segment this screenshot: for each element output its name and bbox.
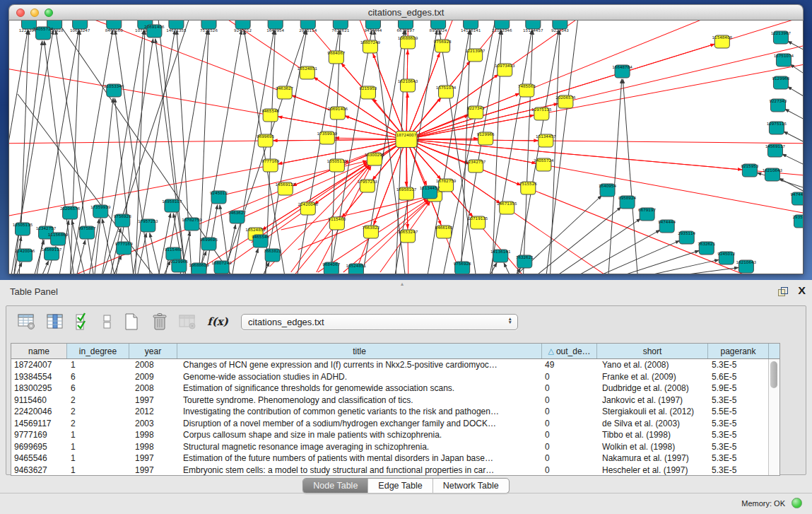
split-pane-grip[interactable]: ▴ xyxy=(401,281,404,287)
graph-node-label: 16648784 xyxy=(612,65,632,69)
show-columns-icon[interactable] xyxy=(45,312,66,332)
table-cell: 5.3E-5 xyxy=(708,429,769,440)
graph-node-label: 16958107 xyxy=(162,199,182,204)
graph-node-label: 9245012 xyxy=(717,252,735,256)
graph-node-label: 20691406 xyxy=(328,107,348,111)
table-row[interactable]: 969969511998Structural magnetic resonanc… xyxy=(11,441,779,453)
table-selector-value: citations_edges.txt xyxy=(248,317,324,327)
graph-node-label: 13505135 xyxy=(327,159,348,163)
graph-node-label: 14569117 xyxy=(275,182,295,187)
column-header-name[interactable]: name xyxy=(11,344,67,358)
graph-node-label: 9684067 xyxy=(322,262,340,267)
scrollbar-thumb[interactable] xyxy=(770,361,777,388)
delete-table-icon[interactable] xyxy=(149,312,170,332)
graph-node-label: 14671355 xyxy=(166,28,187,33)
table-cell: 6 xyxy=(67,382,129,394)
table-cell: 5.3E-5 xyxy=(708,418,769,429)
network-window-titlebar[interactable]: citations_edges.txt xyxy=(8,4,804,21)
table-row[interactable]: 977716911998Corpus callosum shape and si… xyxy=(11,429,779,441)
citation-network-graph[interactable]: 1872400718300295193845541513445712975115… xyxy=(9,21,803,274)
graph-node-label: 8466160 xyxy=(435,226,453,230)
table-cell: 5.3E-5 xyxy=(708,441,769,452)
column-header-year[interactable]: year xyxy=(129,344,177,358)
graph-node-label: 9463627 xyxy=(276,86,293,90)
graph-node-label: 8215953 xyxy=(359,86,377,90)
graph-node-label: 9474444 xyxy=(364,28,382,33)
column-header-title[interactable]: title xyxy=(177,344,542,358)
network-canvas[interactable]: 1872400718300295193845541513445712975115… xyxy=(8,21,804,274)
table-cell: 5.3E-5 xyxy=(708,395,769,406)
table-row[interactable]: 1938455462009Genome-wide association stu… xyxy=(11,371,779,383)
tab-network-table[interactable]: Network Table xyxy=(433,479,509,493)
graph-node-label: 16210643 xyxy=(398,79,418,83)
graph-node-label: 8958924 xyxy=(618,196,636,200)
table-cell: Structural magnetic resonance image aver… xyxy=(177,441,542,452)
graph-node-label: 17359939 xyxy=(90,205,111,209)
table-row[interactable]: 1456911722003Disruption of a novel membe… xyxy=(11,418,779,430)
table-cell: 18300295 xyxy=(11,382,67,394)
table-row[interactable]: 1830029562008Estimation of significance … xyxy=(11,382,779,395)
table-cell: Wolkin et al. (1998) xyxy=(597,441,708,452)
graph-node-label: 14569117 xyxy=(42,247,62,252)
table-row[interactable]: 2242004622012Investigating the contribut… xyxy=(11,406,779,418)
graph-node-label: 7663822 xyxy=(264,249,281,253)
graph-node-label: 18807249 xyxy=(211,261,232,265)
column-header-short[interactable]: short xyxy=(597,344,708,358)
column-header-pagerank[interactable]: pagerank xyxy=(708,344,769,358)
table-cell: 0 xyxy=(542,382,597,394)
graph-node-label: 9129966 xyxy=(170,259,188,264)
table-cell: Yano et al. (2008) xyxy=(597,359,708,370)
tab-node-table[interactable]: Node Table xyxy=(303,479,368,493)
table-header-row: namein_degreeyeartitle△out_de…shortpager… xyxy=(11,344,779,359)
graph-node-label: 9474444 xyxy=(658,220,676,224)
graph-node-label: 14569117 xyxy=(765,144,786,148)
table-cell: 0 xyxy=(542,406,597,417)
graph-node-label: 7663822 xyxy=(362,226,379,230)
table-cell: 5.3E-5 xyxy=(708,359,769,370)
graph-node-label: 15751074 xyxy=(436,86,457,90)
column-header-out_de[interactable]: △out_de… xyxy=(542,344,597,358)
graph-node-label: 9777169 xyxy=(115,242,133,246)
table-row[interactable]: 911546021997Tourette syndrome. Phenomeno… xyxy=(11,395,779,407)
table-options-icon[interactable] xyxy=(16,312,37,332)
graph-node-label: 12213967 xyxy=(771,31,792,35)
column-header-in_degree[interactable]: in_degree xyxy=(67,344,129,358)
table-row[interactable]: 946362711997Embryonic stem cells: a mode… xyxy=(11,465,779,477)
table-row[interactable]: 946554611997Estimation of the future num… xyxy=(11,452,779,465)
float-panel-icon[interactable] xyxy=(778,287,788,296)
network-window-title: citations_edges.txt xyxy=(9,7,803,18)
graph-node-label: 15134457 xyxy=(523,28,543,33)
select-all-icon[interactable] xyxy=(73,312,94,332)
table-cell: 0 xyxy=(542,441,597,452)
table-cell: Hescheler et al. (1997) xyxy=(597,465,708,476)
graph-node-label: 2935114 xyxy=(299,28,317,33)
table-cell: 2 xyxy=(67,418,129,429)
graph-node-label: 8466160 xyxy=(105,28,123,33)
table-cell: Changes of HCN gene expression and I(f) … xyxy=(177,359,542,370)
graph-node-label: 12342757 xyxy=(36,226,57,230)
table-selector-dropdown[interactable]: citations_edges.txt ▲▼ xyxy=(241,314,518,330)
table-cell: 0 xyxy=(542,452,597,464)
graph-node-label: 18524851 xyxy=(346,264,367,268)
vertical-scrollbar[interactable] xyxy=(768,359,779,475)
table-cell: Corpus callosum shape and size in male p… xyxy=(177,429,542,440)
graph-node-label: 16782759 xyxy=(182,218,202,222)
close-panel-icon[interactable]: X xyxy=(798,285,806,296)
graph-node-label: 21053346 xyxy=(492,28,512,33)
table-row[interactable]: 1872400712008Changes of HCN gene express… xyxy=(11,359,779,371)
function-builder-icon[interactable]: f(x) xyxy=(206,315,230,328)
graph-node-label: 10973493 xyxy=(495,64,515,68)
table-cell: Franke et al. (2009) xyxy=(597,371,708,382)
new-table-icon[interactable] xyxy=(121,312,142,332)
table-cell: 2 xyxy=(67,395,129,406)
row-height-icon[interactable] xyxy=(101,312,114,332)
graph-node-label: 24055724 xyxy=(33,27,54,31)
graph-node-label: 18524851 xyxy=(297,66,317,71)
table-cell: Disruption of a novel member of a sodium… xyxy=(177,418,542,429)
graph-node-label: 14136141 xyxy=(461,28,481,33)
memory-status-icon xyxy=(792,498,802,508)
graph-node-label: 8958924 xyxy=(430,28,447,33)
tab-edge-table[interactable]: Edge Table xyxy=(368,479,433,493)
table-panel-header: Table Panel ▴ X xyxy=(0,280,812,304)
table-cell: 6 xyxy=(67,371,129,382)
